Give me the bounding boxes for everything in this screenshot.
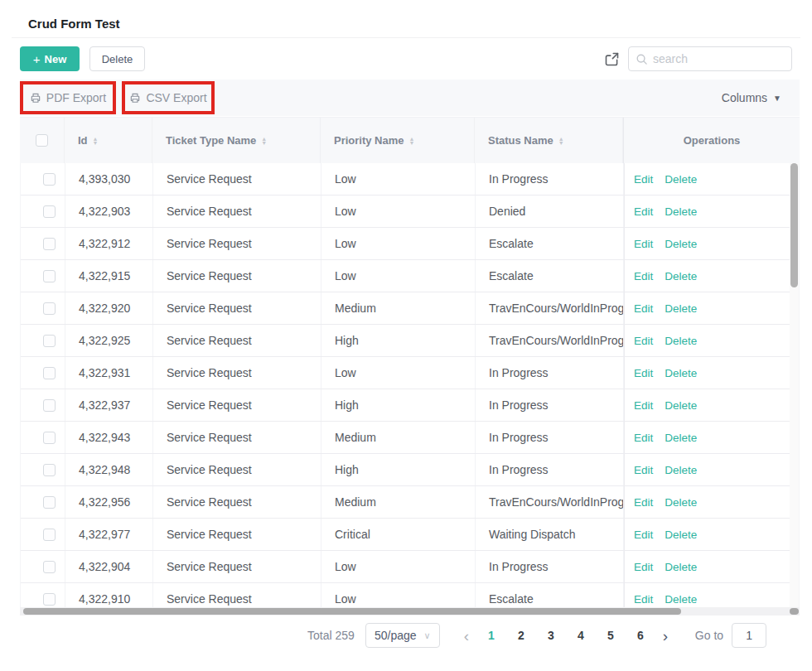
- cell-id: 4,322,937: [65, 389, 153, 421]
- row-checkbox[interactable]: [43, 302, 56, 315]
- delete-link[interactable]: Delete: [665, 367, 697, 379]
- row-checkbox[interactable]: [43, 593, 56, 606]
- column-header-ticket-type[interactable]: Ticket Type Name ▲▼: [152, 118, 321, 163]
- delete-button[interactable]: Delete: [89, 46, 145, 71]
- sort-icon[interactable]: ▲▼: [409, 137, 415, 145]
- vertical-scrollbar[interactable]: [790, 163, 799, 607]
- annotation-box-csv: CSV Export: [122, 81, 215, 114]
- cell-operations: Edit Delete: [624, 357, 799, 389]
- delete-link[interactable]: Delete: [665, 335, 697, 347]
- cell-id: 4,322,903: [65, 196, 153, 227]
- cell-status: Waiting Dispatch: [476, 519, 624, 550]
- page-number-1[interactable]: 1: [479, 623, 504, 648]
- prev-page-button[interactable]: ‹: [457, 628, 476, 644]
- cell-operations: Edit Delete: [624, 486, 799, 518]
- edit-link[interactable]: Edit: [634, 173, 653, 186]
- edit-link[interactable]: Edit: [634, 399, 653, 412]
- vertical-scrollbar-thumb[interactable]: [790, 163, 798, 287]
- sort-icon[interactable]: ▲▼: [558, 137, 564, 145]
- column-header-priority[interactable]: Priority Name ▲▼: [321, 118, 475, 163]
- export-toolbar: PDF Export CSV Export Columns ▼: [20, 80, 800, 116]
- columns-dropdown[interactable]: Columns ▼: [722, 80, 781, 116]
- page-size-select[interactable]: 50/page ∨: [365, 623, 440, 648]
- share-icon[interactable]: [602, 49, 621, 69]
- column-header-status[interactable]: Status Name ▲▼: [475, 118, 623, 163]
- delete-link[interactable]: Delete: [665, 173, 697, 186]
- page-number-6[interactable]: 6: [628, 623, 653, 648]
- cell-id: 4,322,948: [65, 454, 153, 485]
- new-button[interactable]: + New: [20, 46, 80, 71]
- cell-type: Service Request: [153, 292, 321, 324]
- delete-link[interactable]: Delete: [665, 496, 697, 509]
- delete-link[interactable]: Delete: [665, 270, 697, 282]
- edit-link[interactable]: Edit: [634, 238, 653, 250]
- page-number-4[interactable]: 4: [568, 623, 593, 648]
- page-number-2[interactable]: 2: [509, 623, 534, 648]
- pdf-export-button[interactable]: PDF Export: [30, 91, 106, 104]
- row-checkbox[interactable]: [43, 367, 56, 379]
- cell-type: Service Request: [153, 551, 321, 582]
- row-checkbox[interactable]: [43, 561, 56, 573]
- delete-link[interactable]: Delete: [665, 529, 697, 541]
- column-header-id[interactable]: Id ▲▼: [65, 118, 152, 163]
- row-checkbox[interactable]: [43, 399, 56, 412]
- cell-operations: Edit Delete: [624, 422, 799, 453]
- horizontal-scrollbar[interactable]: [20, 607, 800, 615]
- select-all-checkbox[interactable]: [36, 134, 48, 147]
- row-checkbox-cell: [21, 228, 65, 259]
- delete-link[interactable]: Delete: [665, 561, 697, 573]
- column-header-operations: Operations: [623, 118, 800, 163]
- edit-link[interactable]: Edit: [634, 593, 653, 606]
- edit-link[interactable]: Edit: [634, 561, 653, 573]
- edit-link[interactable]: Edit: [634, 464, 653, 476]
- row-checkbox[interactable]: [43, 205, 56, 218]
- row-checkbox[interactable]: [43, 529, 56, 541]
- chevron-down-icon: ∨: [424, 630, 431, 641]
- edit-link[interactable]: Edit: [634, 302, 653, 315]
- cell-operations: Edit Delete: [624, 228, 799, 259]
- new-button-label: New: [45, 53, 67, 65]
- delete-link[interactable]: Delete: [665, 593, 697, 606]
- table-row: 4,322,937 Service Request High In Progre…: [21, 389, 799, 422]
- row-checkbox[interactable]: [43, 270, 56, 282]
- delete-link[interactable]: Delete: [665, 205, 697, 218]
- table-row: 4,322,931 Service Request Low In Progres…: [21, 357, 799, 389]
- row-checkbox[interactable]: [43, 335, 56, 347]
- delete-link[interactable]: Delete: [665, 238, 697, 250]
- edit-link[interactable]: Edit: [634, 529, 653, 541]
- row-checkbox[interactable]: [43, 238, 56, 250]
- divider: [12, 37, 800, 38]
- table-row: 4,322,956 Service Request Medium TravEnC…: [21, 486, 799, 519]
- edit-link[interactable]: Edit: [634, 496, 653, 509]
- edit-link[interactable]: Edit: [634, 432, 653, 444]
- page-number-3[interactable]: 3: [539, 623, 563, 648]
- row-checkbox-cell: [21, 551, 65, 582]
- delete-link[interactable]: Delete: [665, 464, 697, 476]
- delete-link[interactable]: Delete: [665, 302, 697, 315]
- delete-link[interactable]: Delete: [665, 399, 697, 412]
- cell-status: In Progress: [476, 551, 624, 582]
- sort-icon[interactable]: ▲▼: [93, 137, 99, 145]
- cell-status: In Progress: [476, 454, 624, 485]
- cell-status: TravEnCours/WorldInProgre: [476, 292, 624, 324]
- goto-page-input[interactable]: [732, 623, 766, 648]
- sort-icon[interactable]: ▲▼: [261, 137, 267, 145]
- row-checkbox[interactable]: [43, 496, 56, 509]
- horizontal-scrollbar-thumb[interactable]: [23, 608, 681, 615]
- search-input[interactable]: [653, 52, 785, 65]
- csv-export-button[interactable]: CSV Export: [129, 91, 206, 104]
- row-checkbox[interactable]: [43, 464, 56, 476]
- edit-link[interactable]: Edit: [634, 205, 653, 218]
- delete-link[interactable]: Delete: [665, 432, 697, 444]
- page-number-5[interactable]: 5: [598, 623, 623, 648]
- edit-link[interactable]: Edit: [634, 335, 653, 347]
- table-row: 4,322,977 Service Request Critical Waiti…: [21, 519, 799, 551]
- row-checkbox[interactable]: [43, 432, 56, 444]
- edit-link[interactable]: Edit: [634, 367, 653, 379]
- row-checkbox-cell: [21, 163, 65, 195]
- table-row: 4,393,030 Service Request Low In Progres…: [21, 163, 799, 196]
- row-checkbox[interactable]: [43, 173, 56, 186]
- select-all-cell: [20, 118, 65, 163]
- next-page-button[interactable]: ›: [655, 628, 675, 644]
- edit-link[interactable]: Edit: [634, 270, 653, 282]
